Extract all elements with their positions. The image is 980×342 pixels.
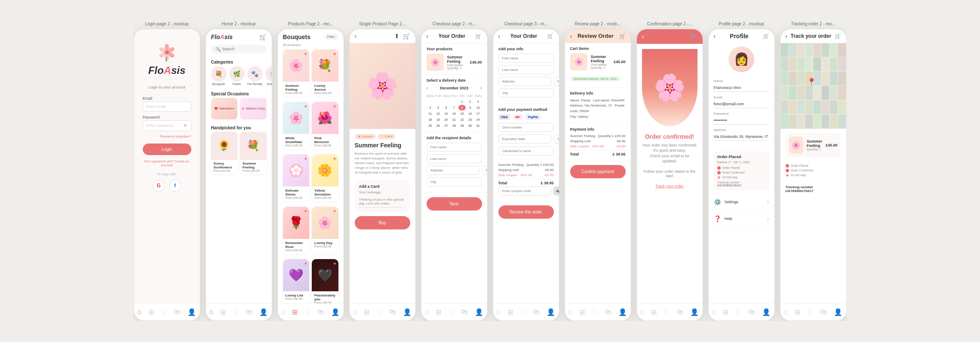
profile-name-value[interactable]: Francesca Vinci [714, 84, 769, 92]
password-input[interactable]: Enter password 👁 [143, 120, 191, 131]
cart-icon[interactable]: 🛒 [403, 33, 410, 40]
nav-heart-p[interactable]: ♡ [304, 308, 310, 316]
nav-home-icon[interactable]: ⌂ [138, 308, 142, 316]
email-input[interactable]: Enter email [143, 101, 191, 112]
nav-grid-conf[interactable]: ⊞ [651, 308, 657, 316]
heart-icon-3[interactable]: ♥ [304, 104, 307, 109]
cal-4[interactable]: 4 [427, 105, 434, 110]
cart-icon-r[interactable]: 🛒 [619, 33, 626, 39]
nav-heart-c2[interactable]: ♡ [448, 308, 454, 316]
login-button[interactable]: Login [143, 144, 191, 155]
heart-icon-4[interactable]: ♥ [334, 104, 336, 109]
mastercard-logo[interactable]: MC [513, 114, 523, 120]
nav-profile-conf[interactable]: 👤 [690, 308, 699, 316]
card-message-input[interactable]: Thinking of you in this special day. Lov… [359, 196, 406, 208]
nav-grid-prof[interactable]: ⊞ [723, 308, 728, 316]
nav-grid-track[interactable]: ⊞ [795, 308, 800, 316]
nav-home-r[interactable]: ⌂ [568, 308, 573, 316]
profile-cart[interactable]: 🛒 [763, 33, 769, 39]
heart-icon-5[interactable]: ♥ [304, 156, 307, 161]
heart-icon-10[interactable]: ♥ [334, 261, 336, 266]
cal-22[interactable]: 22 [458, 117, 466, 122]
conf-back[interactable]: ‹ [642, 33, 644, 40]
profile-address-value[interactable]: Via Ginstondo 26, Myraneve, IT [714, 133, 769, 141]
cal-25[interactable]: 25 [427, 123, 434, 128]
cal-6[interactable]: 6 [442, 105, 450, 110]
cvv-input[interactable] [554, 134, 559, 144]
cart-icon-c2[interactable]: 🛒 [475, 33, 482, 39]
product-sunflowers[interactable]: 🌻 Sunny Sunflowers From £13.00 [211, 132, 238, 174]
nav-bag-icon[interactable]: 🛍 [174, 308, 181, 316]
facebook-login-btn[interactable]: f [169, 180, 181, 192]
share-icon[interactable]: ⬆ [394, 33, 399, 40]
cal-prev[interactable]: ‹ [427, 85, 428, 91]
c3-first-name[interactable] [498, 54, 554, 63]
prod-passionately[interactable]: 🖤♥ Passionately youFrom £48.00 [312, 259, 338, 303]
nav-profile-s[interactable]: 👤 [403, 308, 412, 316]
nav-grid-p[interactable]: ⊞ [292, 308, 298, 316]
cal-17[interactable]: 17 [474, 111, 482, 116]
nav-grid-s[interactable]: ⊞ [364, 308, 369, 316]
cal-10[interactable]: 10 [474, 105, 482, 110]
paypal-logo[interactable]: PayPal [525, 114, 541, 120]
prod-lovely-day[interactable]: 🌸♥ Lovely DayFrom £39.00 [312, 207, 338, 254]
forgot-password-link[interactable]: Password forgotten? [143, 134, 191, 138]
nav-heart-icon[interactable]: ♡ [161, 308, 167, 316]
cal-19[interactable]: 19 [434, 117, 442, 122]
nav-grid-c3[interactable]: ⊞ [507, 308, 513, 316]
nav-profile-icon[interactable]: 👤 [187, 308, 196, 316]
cardholder-input[interactable] [498, 147, 554, 156]
cal-27[interactable]: 27 [442, 123, 450, 128]
nav-home[interactable]: ⌂ [209, 308, 214, 316]
cal-20[interactable]: 20 [442, 117, 450, 122]
cal-21[interactable]: 21 [450, 117, 458, 122]
nav-home-prof[interactable]: ⌂ [712, 308, 716, 316]
coupon-input[interactable] [498, 186, 551, 195]
cal-next[interactable]: › [480, 85, 482, 91]
heart-icon-9[interactable]: ♥ [304, 261, 307, 266]
nav-home-c3[interactable]: ⌂ [497, 308, 501, 316]
heart-icon-7[interactable]: ♥ [304, 209, 307, 214]
category-seasonal[interactable]: ❄️ Seasonal [265, 66, 272, 86]
first-name-input[interactable] [427, 143, 482, 152]
nav-bag-track[interactable]: 🛍 [820, 308, 827, 316]
help-menu-item[interactable]: ❓ Help › [714, 211, 769, 227]
nav-grid-r[interactable]: ⊞ [579, 308, 585, 316]
cal-11[interactable]: 11 [427, 111, 434, 116]
last-name-input[interactable] [427, 154, 482, 163]
cal-8[interactable]: 8 [458, 105, 466, 110]
cal-14[interactable]: 14 [450, 111, 458, 116]
google-login-btn[interactable]: G [153, 180, 165, 192]
cal-13[interactable]: 13 [442, 111, 450, 116]
expiry-input[interactable] [498, 134, 551, 144]
cal-12[interactable]: 12 [434, 111, 442, 116]
cal-30[interactable]: 30 [466, 123, 474, 128]
prod-lovely-aurora[interactable]: 💐♥ Lovely AuroraFrom £52.00 [312, 49, 338, 97]
heart-icon-8[interactable]: ♥ [334, 209, 336, 214]
visa-logo[interactable]: VISA [498, 114, 510, 120]
filter-button[interactable]: Filter [324, 34, 338, 40]
prod-delicate-stems[interactable]: 💮♥ Delicate StemsFrom £29.00 [283, 154, 310, 202]
cal-18[interactable]: 18 [427, 117, 434, 122]
nav-heart-track[interactable]: ♡ [807, 308, 813, 316]
nav-bag-r[interactable]: 🛍 [605, 308, 611, 316]
nav-heart-c3[interactable]: ♡ [520, 308, 526, 316]
cal-1[interactable]: 1 [458, 99, 466, 104]
nav-grid-icon[interactable]: ⊞ [148, 308, 154, 316]
cart-icon-c3[interactable]: 🛒 [547, 33, 553, 39]
nav-bag-c3[interactable]: 🛍 [533, 308, 540, 316]
cal-26[interactable]: 26 [434, 123, 442, 128]
cal-2[interactable]: 2 [466, 99, 474, 104]
cal-28[interactable]: 28 [450, 123, 458, 128]
cal-16[interactable]: 16 [466, 111, 474, 116]
nav-home-p[interactable]: ⌂ [281, 308, 286, 316]
profile-email-value[interactable]: fvinci@email.com [714, 100, 769, 108]
search-input[interactable] [222, 47, 262, 51]
prod-pink-blossom[interactable]: 🌺♥ Pink BlossomFrom £36.00 [312, 102, 338, 149]
cal-29[interactable]: 29 [458, 123, 466, 128]
nav-heart-prof[interactable]: ♡ [735, 308, 741, 316]
valentines-card[interactable]: ❤️ Valentines [211, 98, 238, 119]
cal-3[interactable]: 3 [474, 99, 482, 104]
postal-input[interactable] [482, 166, 487, 175]
prod-lovely-lila[interactable]: 💜♥ Lovely LilaFrom £30.00 [283, 259, 310, 303]
